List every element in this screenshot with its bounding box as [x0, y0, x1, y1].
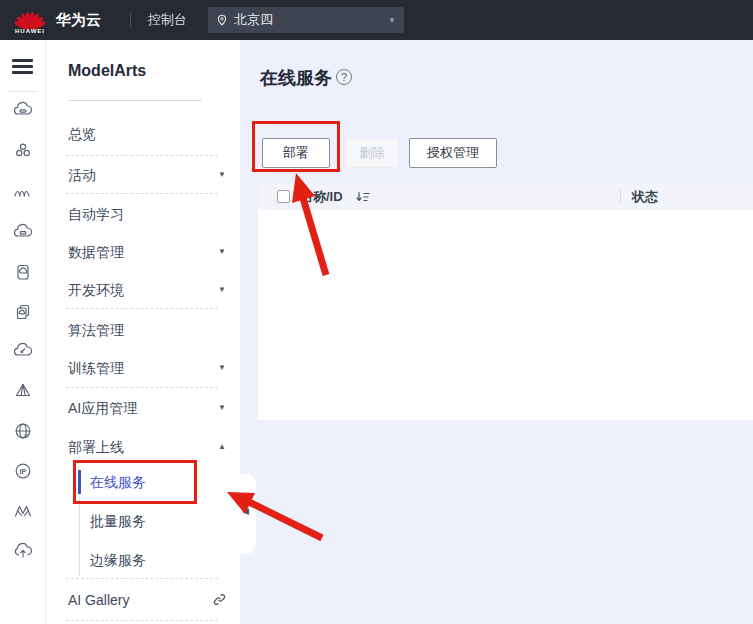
rail-icon-cloud-server[interactable] [12, 99, 34, 121]
chevron-up-icon: ▲ [218, 428, 226, 466]
services-table-header: 名称/ID 状态 [258, 183, 753, 210]
svg-text:IP: IP [20, 468, 27, 475]
sidebar-item-overview[interactable]: 总览 [46, 115, 240, 153]
rail-icon-notebook[interactable] [12, 261, 34, 283]
hamburger-menu-icon[interactable] [12, 59, 33, 77]
sidebar-item-deployment[interactable]: 部署上线▲ [46, 428, 240, 466]
rail-icon-globe[interactable]: w [12, 420, 34, 442]
sidebar-item-batch-service[interactable]: 批量服务 [46, 502, 240, 540]
rail-icon-cloud-upload[interactable] [12, 540, 34, 562]
svg-text:w: w [24, 432, 30, 438]
chevron-down-icon: ▼ [218, 389, 226, 427]
rail-icon-documents[interactable] [12, 301, 34, 323]
rail-icon-cloud-gauge[interactable] [12, 340, 34, 362]
menu-divider [66, 308, 218, 309]
sidebar-item-algorithm-management[interactable]: 算法管理 [46, 311, 240, 349]
auth-management-button[interactable]: 授权管理 [409, 138, 497, 168]
select-all-checkbox[interactable] [277, 190, 290, 203]
chevron-down-icon: ▼ [218, 156, 226, 194]
services-table-body [258, 210, 753, 420]
huawei-flower-icon [15, 6, 45, 30]
sidebar-item-auto-learning[interactable]: 自动学习 [46, 195, 240, 233]
brand-name: 华为云 [56, 11, 101, 30]
menu-divider [66, 387, 218, 388]
sidebar-title: ModelArts [68, 62, 146, 80]
rail-icon-zigzag[interactable] [12, 500, 34, 522]
rail-icon-ip[interactable]: IP [12, 460, 34, 482]
external-link-icon [212, 592, 227, 607]
rail-icon-prism[interactable] [12, 380, 34, 402]
rail-divider [8, 91, 38, 92]
sidebar-item-training-management[interactable]: 训练管理▼ [46, 349, 240, 387]
column-divider [620, 189, 621, 204]
modelarts-sidebar: ModelArts 总览 活动▼ 自动学习 数据管理▼ 开发环境▼ 算法管理 训… [46, 40, 240, 624]
sidebar-item-edge-service[interactable]: 边缘服务 [46, 541, 240, 579]
topbar-divider [130, 13, 131, 27]
rail-icon-waves[interactable] [12, 181, 34, 203]
sidebar-item-dev-environment[interactable]: 开发环境▼ [46, 271, 240, 309]
sidebar-item-online-service[interactable]: 在线服务 [46, 463, 240, 501]
menu-divider [66, 620, 218, 621]
huawei-logo: HUAWEI [10, 6, 50, 34]
huawei-logo-caption: HUAWEI [15, 28, 45, 34]
region-selector[interactable]: 北京四 ▼ [208, 7, 404, 33]
menu-divider [66, 578, 218, 579]
chevron-down-icon: ▼ [218, 349, 226, 387]
sidebar-collapse-handle[interactable]: ◀ [238, 474, 256, 554]
help-icon[interactable]: ? [336, 69, 352, 85]
page-title: 在线服务 [260, 66, 332, 90]
collapse-left-icon: ◀ [242, 506, 249, 516]
column-status: 状态 [632, 183, 658, 210]
sidebar-item-ai-app-management[interactable]: AI应用管理▼ [46, 389, 240, 427]
console-link[interactable]: 控制台 [148, 11, 187, 29]
region-label: 北京四 [234, 11, 273, 29]
chevron-down-icon: ▼ [218, 233, 226, 271]
delete-button[interactable]: 删除 [345, 138, 399, 168]
sidebar-title-divider [68, 100, 202, 101]
sort-icon[interactable] [355, 190, 371, 208]
rail-icon-cloud-chip[interactable] [12, 221, 34, 243]
sidebar-item-ai-gallery[interactable]: AI Gallery [46, 581, 240, 619]
top-nav-bar: HUAWEI 华为云 控制台 北京四 ▼ [0, 0, 753, 40]
deploy-button[interactable]: 部署 [262, 138, 330, 168]
service-icon-rail: w IP [0, 40, 46, 624]
rail-icon-cluster[interactable] [12, 139, 34, 161]
chevron-down-icon: ▼ [218, 271, 226, 309]
chevron-down-icon: ▼ [388, 16, 396, 25]
column-name-id: 名称/ID [300, 183, 343, 210]
sidebar-item-data-management[interactable]: 数据管理▼ [46, 233, 240, 271]
sidebar-item-activity[interactable]: 活动▼ [46, 156, 240, 194]
menu-divider [66, 193, 218, 194]
location-pin-icon [216, 14, 228, 26]
